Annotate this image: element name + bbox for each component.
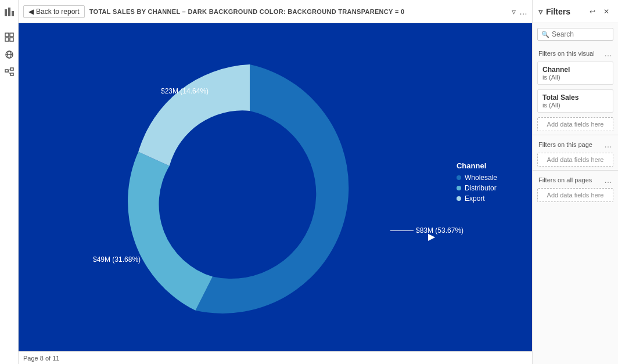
visual-filters-more[interactable]: … [604,49,612,58]
page-filters-more[interactable]: … [604,140,612,149]
back-to-report-button[interactable]: ◀ Back to report [23,5,85,18]
legend-title: Channel [457,161,497,170]
channel-filter-name: Channel [542,66,608,74]
divider-2 [533,170,618,171]
svg-rect-0 [5,9,7,16]
legend-export: Export [457,194,497,203]
page-title: TOTAL SALES BY CHANNEL – DARK BACKGROUND… [89,8,405,15]
legend-distributor: Distributor [457,184,497,192]
export-legend-label: Export [465,194,485,203]
panel-header-icons: ↩ ✕ [587,6,612,17]
panel-title: Filters [546,7,570,16]
channel-filter-card: Channel is (All) [537,62,613,85]
back-arrow-icon: ◀ [28,8,34,16]
wholesale-label: $83M (53.67%) [390,226,464,235]
all-pages-filters-label: Filters on all pages [538,176,592,183]
all-pages-filters-section-label: Filters on all pages … [533,172,618,186]
svg-rect-2 [12,11,14,16]
home-icon[interactable] [2,30,16,44]
page-info: Page 8 of 11 [23,355,59,362]
svg-rect-10 [5,70,8,72]
add-visual-filter-button[interactable]: Add data fields here [537,117,613,131]
bottom-bar: Page 8 of 11 [19,351,532,364]
add-all-pages-filter-button[interactable]: Add data fields here [537,188,613,202]
page-filters-section-label: Filters on this page … [533,136,618,150]
svg-rect-11 [10,68,13,70]
distributor-dot [457,186,461,190]
search-icon: 🔍 [541,31,549,38]
all-pages-filters-more[interactable]: … [604,175,612,185]
search-input[interactable] [552,30,609,38]
panel-header: ▿ Filters ↩ ✕ [533,0,618,23]
visual-filters-label: Filters on this visual [538,50,595,57]
app-logo-icon[interactable] [2,5,16,19]
total-sales-filter-value: is (All) [542,102,608,109]
filters-panel: ▿ Filters ↩ ✕ 🔍 Filters on this visual …… [532,0,618,364]
svg-rect-1 [8,8,10,16]
svg-rect-5 [5,38,9,41]
chart-area: $23M (14.64%) $83M (53.67%) $49M (31.68%… [19,23,532,351]
main-area: ◀ Back to report TOTAL SALES BY CHANNEL … [19,0,532,364]
svg-rect-3 [5,33,9,37]
donut-chart [99,35,401,340]
add-page-filter-button[interactable]: Add data fields here [537,153,613,167]
divider-1 [533,135,618,135]
page-filters-label: Filters on this page [538,141,592,148]
model-icon[interactable] [2,65,16,79]
distributor-legend-label: Distributor [465,184,497,192]
channel-filter-value: is (All) [542,74,608,81]
filter-panel-icon: ▿ [538,7,542,16]
visual-filters-section-label: Filters on this visual … [533,45,618,59]
chart-legend: Channel Wholesale Distributor Export [457,161,497,205]
filter-search-box[interactable]: 🔍 [537,28,613,41]
filter-icon[interactable]: ▿ [512,7,516,16]
svg-rect-4 [10,33,13,37]
back-button-label: Back to report [36,8,80,16]
top-bar: ◀ Back to report TOTAL SALES BY CHANNEL … [19,0,532,23]
wholesale-legend-label: Wholesale [465,174,497,182]
distributor-label: $49M (31.68%) [93,255,141,264]
more-options-icon[interactable]: … [519,7,527,16]
export-dot [457,196,461,201]
left-sidebar [0,0,19,364]
panel-close-icon[interactable]: ✕ [601,6,612,17]
wholesale-dot [457,175,461,180]
svg-rect-12 [10,73,13,75]
total-sales-filter-card: Total Sales is (All) [537,89,613,113]
svg-rect-6 [10,38,13,41]
total-sales-filter-name: Total Sales [542,93,608,102]
export-label: $23M (14.64%) [161,87,209,95]
panel-title-container: ▿ Filters [538,7,570,16]
legend-wholesale: Wholesale [457,174,497,182]
panel-back-icon[interactable]: ↩ [587,6,598,17]
data-icon[interactable] [2,48,16,62]
